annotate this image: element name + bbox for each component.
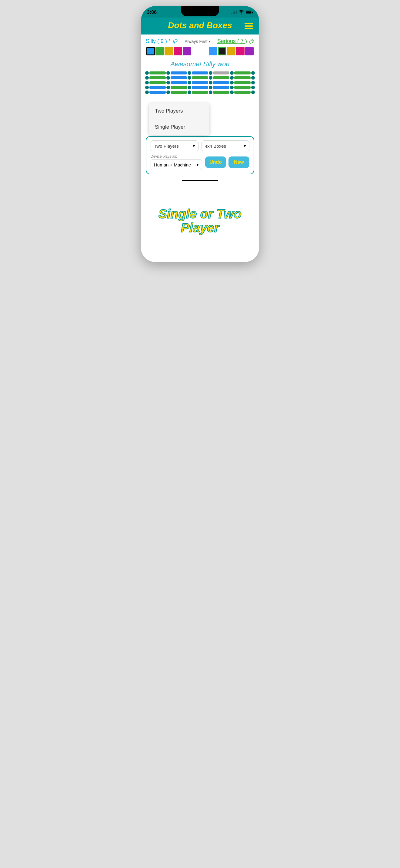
turn-selector[interactable]: Always First ▾ [184, 39, 210, 44]
new-game-selects: Two Players ▾ 4x4 Boxes ▾ [151, 141, 249, 151]
status-time: 3:06 [147, 10, 157, 15]
hline-green [234, 86, 251, 89]
dropdown-overlay: Two Players Single Player [149, 103, 209, 135]
player-right: Serious ( 7 ) 🏷 [217, 38, 254, 44]
new-button[interactable]: New [228, 156, 249, 168]
dot [188, 81, 191, 85]
dot [230, 81, 234, 85]
hline-green [234, 76, 251, 79]
grid-size-select[interactable]: 4x4 Boxes ▾ [201, 141, 249, 151]
hline-blue [171, 81, 187, 84]
hline-green [192, 91, 208, 94]
player-right-tag-icon: 🏷 [248, 37, 255, 45]
svg-rect-1 [233, 12, 234, 14]
dot [145, 76, 149, 80]
always-first-label: Always First [184, 39, 207, 44]
signal-icon [231, 10, 237, 14]
hline-green [213, 91, 229, 94]
dot [145, 86, 149, 89]
menu-button[interactable] [245, 23, 253, 29]
player-left-tag-icon: 🏷 [171, 37, 179, 45]
human-machine-label: Human + Machine [154, 162, 191, 167]
dot [166, 86, 170, 89]
bottom-panel: Two Players Single Player Two Players ▾ … [141, 100, 259, 177]
swatch-left-4 [174, 47, 182, 55]
hline-blue [149, 91, 166, 94]
dot [251, 76, 255, 80]
player-left: Silly ( 9 ) * 🏷 [146, 38, 178, 44]
dot [209, 91, 212, 94]
dot [188, 86, 191, 89]
swatches-left [146, 47, 191, 55]
dropdown-menu: Two Players Single Player [149, 103, 209, 135]
app-header: Dots and Boxes [141, 18, 259, 34]
dot [209, 86, 212, 89]
dot [251, 86, 255, 89]
swatch-left-2 [155, 47, 164, 55]
score-row: Silly ( 9 ) * 🏷 Always First ▾ Serious (… [146, 38, 254, 44]
dot [230, 91, 234, 94]
svg-rect-3 [236, 10, 237, 14]
hline-green [171, 91, 187, 94]
swatches-right [209, 47, 254, 55]
swatch-right-1 [209, 47, 217, 55]
hline-blue [192, 71, 208, 74]
undo-button[interactable]: Undo [205, 156, 226, 168]
hline-green [149, 71, 166, 74]
dot [209, 81, 212, 85]
notch [181, 6, 219, 17]
menu-line-3 [245, 28, 253, 29]
hline-gray [213, 71, 229, 74]
dot [230, 86, 234, 89]
bottom-row: Device plays as: Human + Machine ▾ Undo … [151, 154, 249, 170]
dot [145, 71, 149, 75]
player-mode-label: Two Players [154, 144, 179, 149]
svg-rect-6 [246, 11, 252, 13]
menu-line-1 [245, 23, 253, 24]
action-buttons: Undo New [205, 156, 249, 168]
game-board [144, 71, 256, 99]
hline-green [149, 81, 166, 84]
board-container [141, 70, 259, 100]
dot [251, 71, 255, 75]
wifi-icon [238, 10, 244, 14]
grid-size-label: 4x4 Boxes [205, 144, 226, 149]
player-mode-select[interactable]: Two Players ▾ [151, 141, 199, 151]
human-machine-select[interactable]: Human + Machine ▾ [151, 159, 202, 170]
player-right-name: Serious ( 7 ) [217, 38, 247, 44]
new-game-box: Two Players ▾ 4x4 Boxes ▾ Device plays a… [146, 136, 254, 174]
phone-frame: 3:06 Dots and [141, 6, 259, 262]
human-machine-container: Device plays as: Human + Machine ▾ [151, 154, 202, 170]
dot [230, 76, 234, 80]
hline-green [149, 76, 166, 79]
dot [166, 76, 170, 80]
dot [145, 91, 149, 94]
dropdown-item-single-player[interactable]: Single Player [149, 119, 209, 135]
svg-rect-0 [231, 13, 232, 14]
overlay-text: Single or Two Player [151, 207, 249, 235]
dot [251, 81, 255, 85]
swatch-left-3 [165, 47, 173, 55]
chevron-down-icon: ▾ [209, 39, 210, 43]
hline-blue [149, 86, 166, 89]
hline-blue [192, 86, 208, 89]
chevron-down-icon: ▾ [196, 162, 199, 167]
hline-green [234, 71, 251, 74]
battery-icon [246, 10, 253, 14]
dot [188, 76, 191, 80]
dot [209, 71, 212, 75]
dot [209, 76, 212, 80]
hline-blue [213, 86, 229, 89]
dot [166, 71, 170, 75]
swatch-left-5 [183, 47, 191, 55]
hline-blue [171, 71, 187, 74]
dot [230, 71, 234, 75]
score-area: Silly ( 9 ) * 🏷 Always First ▾ Serious (… [141, 34, 259, 58]
hline-green [171, 86, 187, 89]
dropdown-item-two-players[interactable]: Two Players [149, 103, 209, 119]
menu-line-2 [245, 25, 253, 27]
home-bar [182, 180, 218, 181]
swatch-right-2 [218, 47, 226, 55]
status-icons [231, 10, 253, 14]
dot [166, 81, 170, 85]
